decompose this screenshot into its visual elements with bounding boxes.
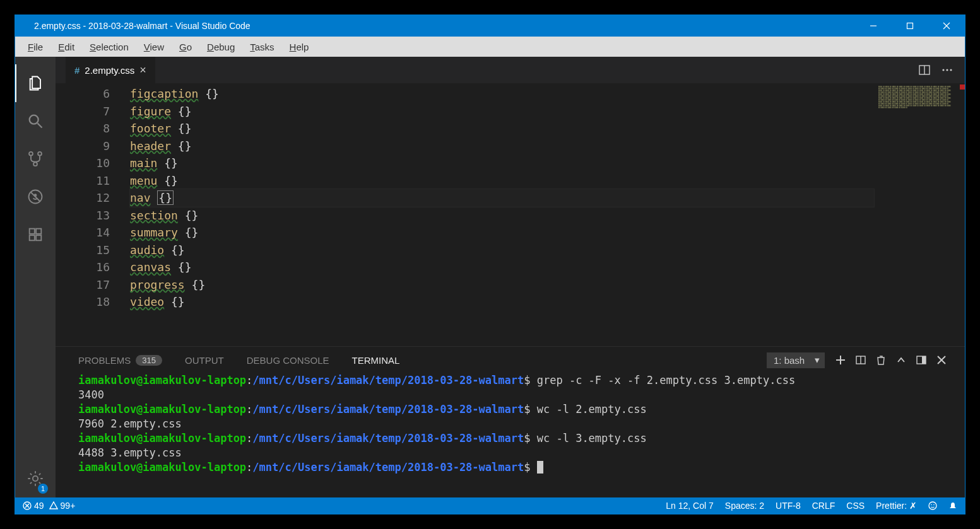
panel-tab-debug-console[interactable]: DEBUG CONSOLE (247, 355, 329, 366)
code-line[interactable]: progress {} (130, 276, 874, 294)
terminal-select[interactable]: 1: bash (767, 352, 825, 368)
minimap[interactable]: █████ ██ █████ ██ █████ ██ █████ ██ ████… (874, 83, 956, 346)
window-controls (855, 15, 965, 37)
line-number: 6 (56, 85, 110, 103)
search-tab[interactable] (15, 102, 56, 140)
split-editor-icon[interactable] (918, 64, 931, 76)
extensions-tab[interactable] (15, 216, 56, 253)
files-icon (27, 74, 45, 92)
editor-group: # 2.empty.css × 6789101112131415161718 f… (56, 57, 965, 497)
code-line[interactable]: figcaption {} (130, 85, 874, 103)
menu-go[interactable]: Go (172, 39, 199, 55)
eol-status[interactable]: CRLF (812, 501, 835, 511)
new-terminal-icon[interactable] (835, 354, 846, 366)
move-panel-icon[interactable] (916, 354, 927, 366)
warnings-status[interactable]: 99+ (49, 501, 76, 511)
line-number: 17 (56, 276, 110, 294)
panel-tab-output[interactable]: OUTPUT (185, 355, 224, 366)
minimize-icon (869, 21, 878, 30)
editor-content[interactable]: figcaption {}figure {}footer {}header {}… (130, 83, 874, 346)
svg-rect-13 (30, 235, 35, 240)
debug-icon (27, 188, 44, 206)
close-panel-icon[interactable] (936, 354, 947, 366)
close-icon (942, 21, 951, 30)
explorer-tab[interactable] (15, 64, 56, 102)
panel-tabs: PROBLEMS 315 OUTPUT DEBUG CONSOLE TERMIN… (78, 347, 947, 373)
debug-tab[interactable] (15, 178, 56, 216)
activity-bar: 1 (15, 57, 56, 497)
svg-rect-14 (36, 235, 41, 240)
extensions-icon (27, 226, 44, 243)
maximize-panel-icon[interactable] (895, 354, 907, 366)
svg-point-20 (950, 69, 952, 71)
prettier-status[interactable]: Prettier: ✗ (876, 501, 917, 511)
panel-tab-terminal[interactable]: TERMINAL (352, 355, 400, 366)
notifications-button[interactable] (948, 501, 957, 510)
menubar: FileEditSelectionViewGoDebugTasksHelp (15, 37, 965, 57)
menu-file[interactable]: File (20, 39, 50, 55)
line-number: 14 (56, 224, 110, 241)
code-line[interactable]: summary {} (130, 224, 874, 241)
code-line[interactable]: header {} (130, 137, 874, 155)
bell-icon (948, 501, 957, 510)
warning-icon (49, 501, 58, 510)
search-icon (27, 112, 44, 130)
feedback-button[interactable] (928, 501, 937, 510)
line-number: 8 (56, 120, 110, 137)
terminal-line: iamakulov@iamakulov-laptop:/mnt/c/Users/… (78, 460, 947, 475)
svg-point-18 (942, 69, 944, 71)
source-control-tab[interactable] (15, 140, 56, 178)
editor-area[interactable]: 6789101112131415161718 figcaption {}figu… (56, 83, 965, 346)
code-line[interactable]: footer {} (130, 120, 874, 137)
terminal-content[interactable]: iamakulov@iamakulov-laptop:/mnt/c/Users/… (78, 373, 947, 497)
menu-help[interactable]: Help (282, 39, 317, 55)
vscode-window: 2.empty.css - 2018-03-28-walmart - Visua… (15, 15, 965, 514)
line-number: 12 (56, 189, 110, 207)
overview-ruler[interactable] (956, 83, 965, 346)
indentation-status[interactable]: Spaces: 2 (725, 501, 764, 511)
window-title: 2.empty.css - 2018-03-28-walmart - Visua… (34, 21, 855, 31)
menu-tasks[interactable]: Tasks (242, 39, 281, 55)
svg-rect-11 (30, 229, 35, 234)
tab-2-empty-css[interactable]: # 2.empty.css × (66, 57, 155, 83)
settings-button[interactable]: 1 (15, 460, 56, 497)
statusbar: 49 99+ Ln 12, Col 7 Spaces: 2 UTF-8 CRLF… (15, 497, 965, 514)
titlebar: 2.empty.css - 2018-03-28-walmart - Visua… (15, 15, 965, 37)
menu-edit[interactable]: Edit (50, 39, 82, 55)
kill-terminal-icon[interactable] (875, 354, 887, 366)
code-line[interactable]: section {} (130, 207, 874, 224)
svg-point-19 (946, 69, 948, 71)
errors-status[interactable]: 49 (23, 501, 44, 511)
code-line[interactable]: video {} (130, 293, 874, 311)
code-line[interactable]: audio {} (130, 241, 874, 259)
menu-view[interactable]: View (136, 39, 172, 55)
split-terminal-icon[interactable] (855, 354, 866, 366)
minimize-button[interactable] (855, 15, 892, 37)
menu-selection[interactable]: Selection (82, 39, 136, 55)
editor-tabs: # 2.empty.css × (56, 57, 965, 83)
cursor-position[interactable]: Ln 12, Col 7 (666, 501, 714, 511)
svg-line-5 (38, 124, 42, 128)
svg-rect-26 (922, 356, 926, 364)
line-number: 7 (56, 103, 110, 120)
error-icon (23, 501, 32, 510)
line-number: 11 (56, 172, 110, 190)
language-status[interactable]: CSS (846, 501, 865, 511)
code-line[interactable]: canvas {} (130, 259, 874, 276)
more-icon[interactable] (941, 64, 953, 76)
close-button[interactable] (928, 15, 965, 37)
menu-debug[interactable]: Debug (199, 39, 242, 55)
code-line[interactable]: figure {} (130, 103, 874, 120)
encoding-status[interactable]: UTF-8 (776, 501, 801, 511)
tab-close-button[interactable]: × (139, 64, 146, 76)
line-number: 15 (56, 241, 110, 259)
code-line[interactable]: nav {} (130, 189, 874, 207)
code-line[interactable]: menu {} (130, 172, 874, 190)
editor-actions (918, 57, 965, 83)
css-file-icon: # (74, 65, 80, 76)
panel-tab-problems[interactable]: PROBLEMS 315 (78, 355, 162, 366)
maximize-button[interactable] (892, 15, 928, 37)
body: 1 # 2.empty.css × 6789101112131415161718 (15, 57, 965, 497)
code-line[interactable]: main {} (130, 154, 874, 172)
svg-point-33 (931, 504, 932, 506)
